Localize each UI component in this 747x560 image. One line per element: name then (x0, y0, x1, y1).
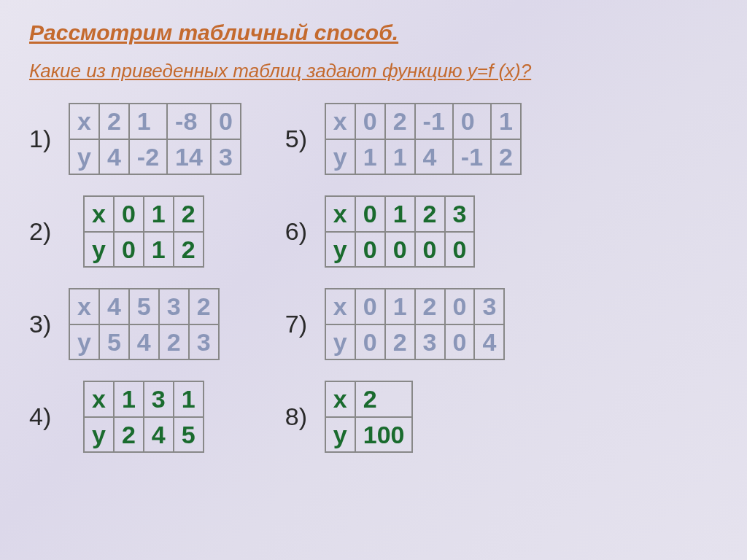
item-number: 2) (29, 217, 61, 246)
item-number: 8) (285, 402, 317, 431)
table-row: y012 (84, 232, 204, 268)
table-row: x2 (325, 381, 413, 417)
table-row: y02304 (325, 324, 505, 360)
table-row: x21-80 (69, 104, 241, 139)
item-2: 2) x012 y012 (29, 195, 241, 268)
table-row: y245 (84, 417, 204, 453)
item-6: 6) x0123 y0000 (285, 195, 522, 268)
slide-title: Рассмотрим табличный способ. (29, 20, 718, 45)
table-row: y0000 (325, 232, 475, 268)
table-5: x02-101 y114-12 (325, 103, 522, 175)
table-7: x01203 y02304 (325, 288, 506, 360)
item-number: 5) (285, 125, 317, 153)
item-1: 1) x21-80 y4-2143 (29, 103, 241, 175)
item-4: 4) x131 y245 (29, 381, 241, 453)
slide-subtitle: Какие из приведенных таблиц задают функц… (29, 60, 718, 82)
item-number: 7) (285, 310, 317, 338)
item-number: 1) (29, 125, 61, 153)
table-row: y5423 (69, 324, 219, 360)
item-7: 7) x01203 y02304 (285, 288, 522, 360)
item-number: 3) (29, 310, 61, 338)
table-row: y114-12 (325, 139, 521, 175)
content-columns: 1) x21-80 y4-2143 2) x012 y012 (29, 103, 718, 473)
table-row: x0123 (325, 196, 475, 232)
table-2: x012 y012 (83, 195, 204, 268)
table-8: x2 y100 (325, 381, 414, 453)
item-8: 8) x2 y100 (285, 381, 522, 453)
table-3: x4532 y5423 (69, 288, 220, 360)
item-number: 4) (29, 402, 61, 431)
right-column: 5) x02-101 y114-12 6) x0123 y0000 (285, 103, 522, 473)
item-3: 3) x4532 y5423 (29, 288, 241, 360)
item-5: 5) x02-101 y114-12 (285, 103, 522, 175)
table-row: x131 (84, 381, 204, 417)
table-4: x131 y245 (83, 381, 204, 453)
item-number: 6) (285, 217, 317, 246)
table-row: y4-2143 (69, 139, 241, 175)
table-1: x21-80 y4-2143 (69, 103, 241, 175)
table-row: x01203 (325, 289, 505, 324)
table-6: x0123 y0000 (325, 195, 476, 268)
table-row: x4532 (69, 289, 219, 324)
left-column: 1) x21-80 y4-2143 2) x012 y012 (29, 103, 241, 473)
table-row: x012 (84, 196, 204, 232)
table-row: x02-101 (325, 104, 521, 139)
table-row: y100 (325, 417, 413, 453)
